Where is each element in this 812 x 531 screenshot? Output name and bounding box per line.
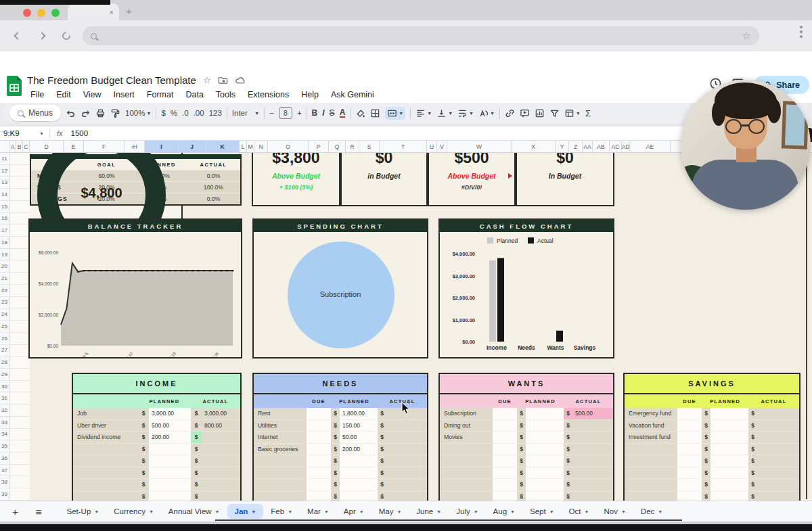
item-label-cell[interactable]: Dining out <box>440 420 493 432</box>
column-header-A[interactable]: A <box>9 141 16 152</box>
column-header-AD[interactable]: AD <box>622 141 630 152</box>
row-header-28[interactable]: 28 <box>0 356 9 369</box>
actual-dollar-cell[interactable]: $ <box>378 491 386 501</box>
planned-cell[interactable] <box>710 408 748 420</box>
item-label-cell[interactable] <box>625 491 677 501</box>
planned-cell[interactable] <box>526 408 564 420</box>
planned-dollar-cell[interactable]: $ <box>702 467 710 480</box>
sheet-tab-june[interactable]: June▼ <box>409 504 449 519</box>
due-cell[interactable] <box>307 467 331 480</box>
planned-cell[interactable]: 200.00 <box>340 444 378 456</box>
actual-cell[interactable] <box>386 479 427 491</box>
item-label-cell[interactable] <box>440 455 493 467</box>
actual-cell[interactable] <box>202 491 240 501</box>
text-wrap-icon[interactable]: ▼ <box>457 108 474 118</box>
actual-dollar-cell[interactable]: $ <box>564 408 572 420</box>
column-header-AA[interactable]: AA <box>583 141 593 152</box>
planned-cell[interactable] <box>149 444 191 456</box>
name-box-caret-icon[interactable]: ▼ <box>39 131 44 136</box>
due-cell[interactable] <box>307 432 331 444</box>
row-header-38[interactable]: 38 <box>0 476 9 488</box>
sheet-tab-july[interactable]: July▼ <box>449 504 485 519</box>
item-label-cell[interactable] <box>73 479 138 491</box>
due-cell[interactable] <box>493 432 517 444</box>
planned-cell[interactable] <box>710 491 748 501</box>
actual-cell[interactable] <box>386 491 427 501</box>
actual-dollar-cell[interactable]: $ <box>378 420 386 432</box>
row-header-24[interactable]: 24 <box>0 308 9 321</box>
planned-cell[interactable] <box>526 444 564 456</box>
actual-dollar-cell[interactable]: $ <box>748 432 757 444</box>
planned-dollar-cell[interactable]: $ <box>517 432 526 444</box>
item-label-cell[interactable]: Uber driver <box>73 420 138 432</box>
item-label-cell[interactable] <box>254 491 307 501</box>
column-header-Z[interactable]: Z <box>569 141 583 152</box>
planned-cell[interactable] <box>149 491 191 501</box>
planned-dollar-cell[interactable]: $ <box>517 444 526 456</box>
row-header-21[interactable]: 21 <box>0 273 9 285</box>
column-header-L[interactable]: L <box>240 141 247 152</box>
planned-cell[interactable] <box>710 420 748 432</box>
name-box[interactable]: 9:K9 <box>0 129 39 137</box>
sheets-logo-icon[interactable] <box>7 76 22 99</box>
column-header-W[interactable]: W <box>447 141 512 152</box>
column-header-M[interactable]: M <box>247 141 254 152</box>
planned-dollar-cell[interactable]: $ <box>517 479 526 491</box>
number-format-icon[interactable]: 123 <box>209 109 222 117</box>
due-cell[interactable] <box>493 491 517 501</box>
close-window-button[interactable] <box>23 9 31 17</box>
planned-dollar-cell[interactable]: $ <box>702 420 710 432</box>
column-header-Y[interactable]: Y <box>556 141 569 152</box>
column-header-T[interactable]: T <box>380 141 427 152</box>
actual-dollar-cell[interactable]: $ <box>748 420 757 432</box>
vertical-align-icon[interactable]: ▼ <box>436 108 453 118</box>
sheet-tab-jan[interactable]: Jan▼ <box>227 504 264 519</box>
browser-menu-icon[interactable] <box>800 26 803 38</box>
column-header-E[interactable]: E <box>64 141 84 152</box>
due-cell[interactable] <box>307 444 331 456</box>
planned-cell[interactable]: 1,800.00 <box>340 408 378 420</box>
actual-dollar-cell[interactable]: $ <box>378 408 386 420</box>
actual-cell[interactable] <box>572 479 613 491</box>
actual-dollar-cell[interactable]: $ <box>378 467 386 480</box>
row-header-34[interactable]: 34 <box>0 429 9 441</box>
tab-close-icon[interactable]: × <box>110 8 114 16</box>
actual-cell[interactable] <box>757 479 799 491</box>
menu-format[interactable]: Format <box>142 89 179 101</box>
actual-cell[interactable] <box>757 420 799 432</box>
due-cell[interactable] <box>307 455 331 467</box>
actual-dollar-cell[interactable]: $ <box>748 408 757 420</box>
font-size-input[interactable]: 8 <box>279 107 292 119</box>
back-button[interactable] <box>11 29 24 43</box>
actual-dollar-cell[interactable]: $ <box>564 444 572 456</box>
actual-cell[interactable] <box>202 444 240 456</box>
planned-dollar-cell[interactable]: $ <box>702 455 710 467</box>
column-header-X[interactable]: X <box>512 141 556 152</box>
planned-dollar-cell[interactable]: $ <box>702 479 710 491</box>
planned-cell[interactable] <box>149 455 191 467</box>
horizontal-align-icon[interactable]: ▼ <box>415 108 432 118</box>
text-color-icon[interactable]: A <box>340 109 346 118</box>
column-header-O[interactable]: O <box>268 141 309 152</box>
actual-cell[interactable] <box>757 455 799 467</box>
actual-cell[interactable] <box>386 467 427 480</box>
redo-icon[interactable] <box>81 108 91 118</box>
due-cell[interactable] <box>677 432 702 444</box>
planned-dollar-cell[interactable]: $ <box>138 467 149 480</box>
actual-cell[interactable] <box>757 432 799 444</box>
due-cell[interactable] <box>493 444 517 456</box>
menu-edit[interactable]: Edit <box>51 89 76 101</box>
due-cell[interactable] <box>677 479 702 491</box>
planned-dollar-cell[interactable]: $ <box>517 467 526 480</box>
actual-dollar-cell[interactable]: $ <box>191 432 202 444</box>
actual-cell[interactable]: 500.00 <box>572 408 613 420</box>
undo-icon[interactable] <box>66 108 76 118</box>
planned-dollar-cell[interactable]: $ <box>138 455 149 467</box>
decrease-decimal-icon[interactable]: .0 <box>182 109 189 117</box>
sheet-tab-set-up[interactable]: Set-Up▼ <box>60 504 107 519</box>
planned-cell[interactable] <box>149 479 191 491</box>
actual-dollar-cell[interactable]: $ <box>378 444 386 456</box>
actual-cell[interactable] <box>572 455 613 467</box>
item-label-cell[interactable]: Basic groceries <box>254 444 307 456</box>
actual-dollar-cell[interactable]: $ <box>564 455 572 467</box>
